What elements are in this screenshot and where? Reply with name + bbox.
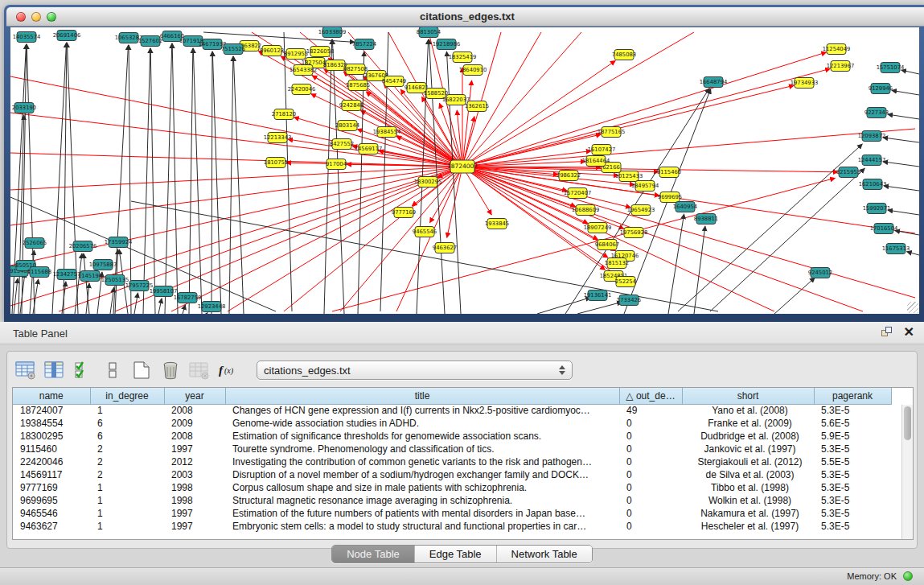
- cell-out_de[interactable]: 0: [619, 520, 682, 533]
- graph-node[interactable]: 9227343: [864, 108, 889, 118]
- graph-node[interactable]: 10975887: [89, 260, 117, 270]
- tab-network-table[interactable]: Network Table: [497, 546, 592, 562]
- graph-node[interactable]: 9777169: [392, 208, 416, 218]
- graph-node[interactable]: 19218986: [433, 39, 461, 50]
- cell-title[interactable]: Estimation of the future numbers of pati…: [225, 507, 619, 520]
- graph-node[interactable]: 917004: [326, 159, 347, 170]
- float-panel-icon[interactable]: [881, 327, 893, 338]
- cell-name[interactable]: 19384554: [13, 417, 90, 430]
- graph-node[interactable]: 14035574: [13, 32, 41, 43]
- graph-node[interactable]: 18325419: [449, 52, 477, 63]
- graph-node[interactable]: 9245012: [808, 268, 832, 278]
- graph-node[interactable]: 16107427: [588, 145, 616, 155]
- network-canvas[interactable]: 1872400718300295896012389129551822605818…: [10, 27, 919, 314]
- graph-node[interactable]: 9699695: [658, 192, 682, 203]
- graph-node[interactable]: 9129946: [869, 84, 893, 94]
- cell-out_de[interactable]: 0: [619, 507, 682, 520]
- rows-icon[interactable]: [101, 359, 125, 381]
- graph-node[interactable]: 12342757: [53, 270, 81, 280]
- cell-pagerank[interactable]: 5.9E-5: [814, 430, 891, 443]
- network-window-titlebar[interactable]: citations_edges.txt: [6, 7, 924, 27]
- graph-node[interactable]: 8215953: [836, 167, 860, 178]
- cell-short[interactable]: Wolkin et al. (1998): [682, 494, 814, 507]
- graph-node[interactable]: 19654923: [627, 205, 655, 216]
- graph-node[interactable]: 9463627: [433, 243, 457, 253]
- graph-node[interactable]: 16648794: [700, 77, 728, 88]
- column-header-pagerank[interactable]: pagerank: [814, 388, 891, 404]
- graph-node[interactable]: 18164464: [582, 156, 610, 167]
- graph-node[interactable]: 11254049: [823, 44, 851, 55]
- graph-node[interactable]: 1145194: [78, 271, 102, 282]
- graph-node[interactable]: 12213967: [827, 61, 855, 72]
- graph-node[interactable]: 16033809: [318, 27, 347, 38]
- cell-name[interactable]: 9115460: [13, 443, 90, 455]
- graph-node[interactable]: 8912955: [284, 49, 308, 60]
- graph-node[interactable]: 2526065: [23, 238, 47, 249]
- graph-node[interactable]: 16782759: [174, 293, 202, 303]
- close-panel-icon[interactable]: ✕: [904, 327, 914, 338]
- cell-pagerank[interactable]: 5.3E-5: [814, 468, 891, 481]
- graph-node[interactable]: 19756928: [620, 228, 648, 238]
- cell-short[interactable]: Stergiakouli et al. (2012): [682, 455, 814, 468]
- cell-name[interactable]: 18300295: [13, 430, 90, 443]
- delete-icon[interactable]: [158, 359, 183, 381]
- cell-out_de[interactable]: 0: [619, 494, 682, 507]
- cell-year[interactable]: 1998: [164, 494, 225, 507]
- cell-pagerank[interactable]: 5.5E-5: [814, 455, 891, 468]
- cell-short[interactable]: Hescheler et al. (1997): [682, 520, 814, 533]
- graph-node[interactable]: 2803144: [335, 121, 359, 131]
- graph-node[interactable]: 19734933: [791, 78, 819, 89]
- graph-node[interactable]: 1875685: [346, 80, 370, 91]
- cell-title[interactable]: Structural magnetic resonance image aver…: [225, 494, 619, 507]
- cell-out_de[interactable]: 0: [619, 468, 682, 481]
- tab-node-table[interactable]: Node Table: [332, 546, 415, 562]
- graph-node[interactable]: 8813054: [417, 27, 441, 38]
- graph-node[interactable]: 7485083: [612, 50, 636, 60]
- graph-node[interactable]: 17016504: [870, 224, 898, 234]
- cell-out_de[interactable]: 0: [619, 481, 682, 494]
- graph-node[interactable]: 18907249: [584, 223, 612, 233]
- cell-out_de[interactable]: 0: [619, 430, 682, 443]
- cell-pagerank[interactable]: 5.3E-5: [814, 520, 891, 533]
- column-header-year[interactable]: year: [164, 388, 225, 404]
- graph-node[interactable]: 11675313: [882, 244, 910, 254]
- cell-pagerank[interactable]: 5.3E-5: [814, 494, 891, 507]
- cell-year[interactable]: 2008: [164, 404, 225, 417]
- cell-out_de[interactable]: 49: [619, 404, 682, 417]
- cell-out_de[interactable]: 0: [619, 417, 682, 430]
- graph-node[interactable]: 8427552: [330, 139, 354, 150]
- table-row[interactable]: 1872400712008Changes of HCN gene express…: [13, 404, 891, 417]
- graph-node[interactable]: 10688609: [572, 205, 600, 216]
- cell-in_degree[interactable]: 1: [90, 481, 164, 494]
- graph-node[interactable]: 8938811: [694, 214, 718, 225]
- graph-node[interactable]: 2718120: [272, 109, 296, 120]
- graph-node[interactable]: 19136141: [584, 290, 612, 301]
- cell-pagerank[interactable]: 5.6E-5: [814, 417, 891, 430]
- column-header-name[interactable]: name: [13, 388, 90, 404]
- graph-node[interactable]: 12923448: [198, 302, 226, 312]
- table-scrollbar[interactable]: [901, 405, 913, 539]
- table-row[interactable]: 977716911998Corpus callosum shape and si…: [13, 481, 891, 494]
- graph-node[interactable]: 12093872: [858, 131, 886, 142]
- table-row[interactable]: 1938455462009Genome-wide association stu…: [13, 417, 891, 430]
- graph-node[interactable]: 12213343: [264, 133, 292, 143]
- graph-node[interactable]: 20206576: [69, 241, 97, 252]
- graph-node[interactable]: 7857224: [352, 39, 376, 50]
- graph-node[interactable]: 1733426: [617, 295, 641, 306]
- graph-node[interactable]: 1815132: [605, 258, 629, 269]
- graph-node[interactable]: 9242848: [339, 101, 363, 111]
- cell-short[interactable]: Dudbridge et al. (2008): [682, 430, 814, 443]
- window-resize-grip[interactable]: [907, 302, 918, 313]
- cell-title[interactable]: Estimation of significance thresholds fo…: [225, 430, 619, 443]
- select-functions-icon[interactable]: [72, 359, 96, 381]
- cell-title[interactable]: Investigating the contribution of common…: [225, 455, 619, 468]
- graph-node[interactable]: 18724007: [447, 160, 478, 173]
- graph-node[interactable]: 252254: [615, 277, 636, 287]
- graph-node[interactable]: 12444157: [858, 155, 886, 166]
- graph-node[interactable]: 2033190: [12, 103, 36, 113]
- cell-name[interactable]: 9465546: [13, 507, 90, 520]
- cell-year[interactable]: 1997: [164, 507, 225, 520]
- cell-short[interactable]: de Silva et al. (2003): [682, 468, 814, 481]
- graph-node[interactable]: 18226058: [306, 47, 335, 57]
- cell-pagerank[interactable]: 5.3E-5: [814, 507, 891, 520]
